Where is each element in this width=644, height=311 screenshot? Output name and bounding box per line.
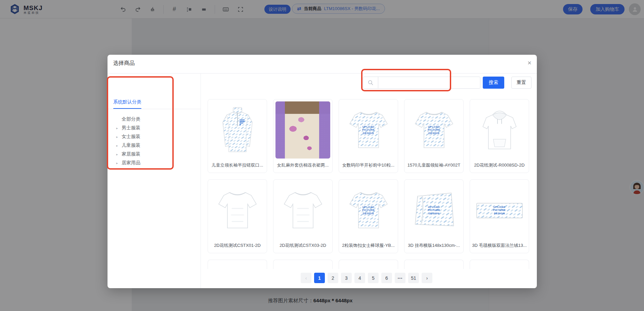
product-card[interactable]: 2D花纸测试CSTX01-2D bbox=[208, 179, 267, 253]
page-button-3[interactable]: 3 bbox=[341, 273, 352, 283]
product-card-partial bbox=[273, 260, 333, 270]
product-image bbox=[275, 182, 330, 239]
page-next-button[interactable]: › bbox=[422, 273, 432, 283]
caret-right-icon: ▸ bbox=[116, 126, 119, 130]
close-icon[interactable]: × bbox=[525, 59, 533, 67]
category-item[interactable]: ▸家居服装 bbox=[108, 150, 201, 159]
product-card-partial bbox=[404, 260, 464, 270]
category-item[interactable]: ▸儿童服装 bbox=[108, 141, 201, 150]
product-card-label: 2D花纸测试-R0008SD-2D bbox=[470, 159, 529, 172]
product-image bbox=[210, 101, 265, 159]
product-search-box bbox=[363, 77, 480, 89]
page-button-4[interactable]: 4 bbox=[354, 273, 365, 283]
product-card[interactable]: 2D花纸测试CSTX03-2D bbox=[273, 179, 333, 253]
modal-title: 选择商品 bbox=[113, 60, 135, 67]
product-card[interactable]: 女乱麻外套仿棉连衣裙两... bbox=[273, 99, 333, 173]
category-item-label: 男士服装 bbox=[122, 125, 140, 131]
category-item-label: 儿童服装 bbox=[122, 142, 140, 148]
product-image: UPLOADPICTUREDESIGN bbox=[341, 101, 396, 159]
product-card-label: 女数码印半开衫前中10粒... bbox=[339, 159, 398, 172]
category-item[interactable]: 全部分类 bbox=[108, 115, 201, 124]
product-card-label: 3D 毛毯横版双面法兰绒13... bbox=[470, 239, 529, 252]
category-item-label: 女士服装 bbox=[122, 134, 140, 140]
upload-picture-design-watermark: UPLOADPICTUREDESIGN bbox=[406, 182, 461, 239]
divider bbox=[108, 109, 201, 109]
category-item-label: 全部分类 bbox=[122, 116, 140, 122]
category-item[interactable]: ▸女士服装 bbox=[108, 132, 201, 141]
product-card[interactable]: 2D花纸测试-R0008SD-2D bbox=[470, 99, 529, 173]
caret-right-icon: ▸ bbox=[116, 144, 119, 147]
caret-right-icon: ▸ bbox=[116, 152, 119, 156]
product-card-partial bbox=[208, 260, 267, 270]
product-card[interactable]: UPLOADPICTUREDESIGN3D 毛毯横版双面法兰绒13... bbox=[470, 179, 529, 253]
product-card-label: 2D花纸测试CSTX03-2D bbox=[273, 239, 332, 252]
category-item-label: 家居服装 bbox=[122, 151, 140, 157]
reset-button[interactable]: 重置 bbox=[511, 77, 531, 89]
product-card-label: 女乱麻外套仿棉连衣裙两... bbox=[273, 159, 332, 172]
product-image: UPLOADPICTUREDESIGN bbox=[406, 182, 461, 239]
product-image bbox=[472, 101, 527, 159]
product-card[interactable]: UPLOADPICTUREDESIGN2粒装饰扣女士棒球服-YB... bbox=[339, 179, 398, 253]
product-image: UPLOADPICTUREDESIGN bbox=[341, 182, 396, 239]
product-card[interactable]: UPLOADPICTUREDESIGN女数码印半开衫前中10粒... bbox=[339, 99, 398, 173]
page-button-5[interactable]: 5 bbox=[368, 273, 379, 283]
upload-picture-design-watermark: UPLOADPICTUREDESIGN bbox=[341, 101, 396, 159]
caret-right-icon: ▸ bbox=[116, 161, 119, 165]
product-image bbox=[210, 182, 265, 239]
product-card-label: 2D花纸测试CSTX01-2D bbox=[208, 239, 267, 252]
product-card-label: 3D 挂布横版148x130cm-... bbox=[404, 239, 463, 252]
page: MSKJ 米笙科技 # 设计说明 ⇄ 当前商品 LTM10086SX - 男数码… bbox=[0, 0, 644, 311]
category-item[interactable]: ▸居家用品 bbox=[108, 159, 201, 167]
product-card-partial bbox=[339, 260, 398, 270]
pagination: ‹123456•••51› bbox=[301, 273, 432, 283]
product-card[interactable]: UPLOADPICTUREDESIGN1570儿童圆领短袖-AY002T bbox=[404, 99, 464, 173]
category-item-label: 居家用品 bbox=[122, 160, 140, 166]
product-card-label: 1570儿童圆领短袖-AY002T bbox=[404, 159, 463, 172]
page-prev-button[interactable]: ‹ bbox=[301, 273, 311, 283]
product-card-label: 2粒装饰扣女士棒球服-YB... bbox=[339, 239, 398, 252]
product-card-label: 儿童立领长袖半拉链双口... bbox=[208, 159, 267, 172]
category-tab-system-default[interactable]: 系统默认分类 bbox=[113, 99, 141, 105]
category-panel: 系统默认分类 全部分类▸男士服装▸女士服装▸儿童服装▸家居服装▸居家用品 bbox=[108, 73, 201, 288]
caret-right-icon: ▸ bbox=[116, 135, 119, 139]
category-item[interactable]: ▸男士服装 bbox=[108, 124, 201, 132]
product-image bbox=[275, 101, 330, 159]
page-button-1[interactable]: 1 bbox=[314, 273, 325, 283]
page-button-2[interactable]: 2 bbox=[328, 273, 338, 283]
product-card[interactable]: UPLOADPICTUREDESIGN3D 挂布横版148x130cm-... bbox=[404, 179, 464, 253]
select-product-modal: 选择商品 × 系统默认分类 全部分类▸男士服装▸女士服装▸儿童服装▸家居服装▸居… bbox=[108, 55, 537, 288]
page-button-6[interactable]: 6 bbox=[381, 273, 392, 283]
page-ellipsis[interactable]: ••• bbox=[395, 273, 405, 283]
category-list: 全部分类▸男士服装▸女士服装▸儿童服装▸家居服装▸居家用品 bbox=[108, 115, 201, 167]
product-card[interactable]: 儿童立领长袖半拉链双口... bbox=[208, 99, 267, 173]
search-button[interactable]: 搜索 bbox=[483, 77, 504, 89]
search-icon bbox=[363, 77, 378, 88]
upload-picture-design-watermark: UPLOADPICTUREDESIGN bbox=[341, 182, 396, 239]
page-button-51[interactable]: 51 bbox=[408, 273, 419, 283]
upload-picture-design-watermark: UPLOADPICTUREDESIGN bbox=[406, 101, 461, 159]
search-input[interactable] bbox=[378, 77, 480, 88]
upload-picture-design-watermark: UPLOADPICTUREDESIGN bbox=[472, 182, 527, 239]
product-image: UPLOADPICTUREDESIGN bbox=[472, 182, 527, 239]
product-card-partial bbox=[470, 260, 529, 270]
product-image: UPLOADPICTUREDESIGN bbox=[406, 101, 461, 159]
